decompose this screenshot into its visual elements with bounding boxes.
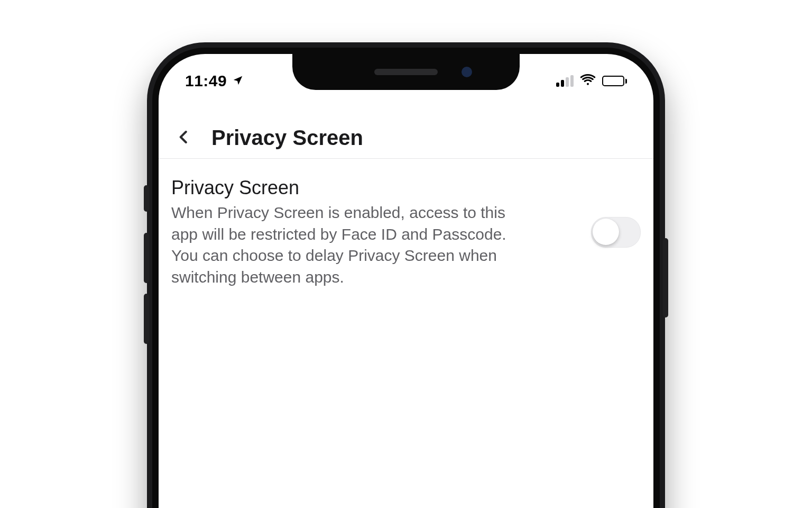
- phone-frame: 11:49: [147, 42, 665, 508]
- nav-bar: Privacy Screen: [159, 117, 653, 159]
- status-time: 11:49: [185, 72, 227, 90]
- volume-up-button[interactable]: [144, 233, 149, 283]
- chevron-left-icon: [176, 129, 192, 147]
- page-title: Privacy Screen: [211, 126, 363, 150]
- phone-bezel: 11:49: [152, 48, 660, 508]
- wifi-icon: [580, 71, 596, 91]
- privacy-screen-row: Privacy Screen When Privacy Screen is en…: [159, 165, 653, 305]
- cellular-signal-icon: [556, 75, 574, 87]
- back-button[interactable]: [171, 125, 197, 151]
- screen: 11:49: [159, 54, 653, 508]
- privacy-screen-text: Privacy Screen When Privacy Screen is en…: [171, 177, 575, 288]
- privacy-screen-toggle[interactable]: [591, 217, 641, 248]
- status-bar: 11:49: [159, 54, 653, 101]
- volume-down-button[interactable]: [144, 294, 149, 344]
- toggle-knob: [593, 219, 619, 245]
- setting-description: When Privacy Screen is enabled, access t…: [171, 202, 531, 288]
- setting-title: Privacy Screen: [171, 177, 575, 199]
- mute-switch[interactable]: [144, 185, 149, 212]
- power-button[interactable]: [663, 238, 668, 318]
- location-icon: [232, 72, 244, 90]
- battery-icon: [602, 76, 627, 86]
